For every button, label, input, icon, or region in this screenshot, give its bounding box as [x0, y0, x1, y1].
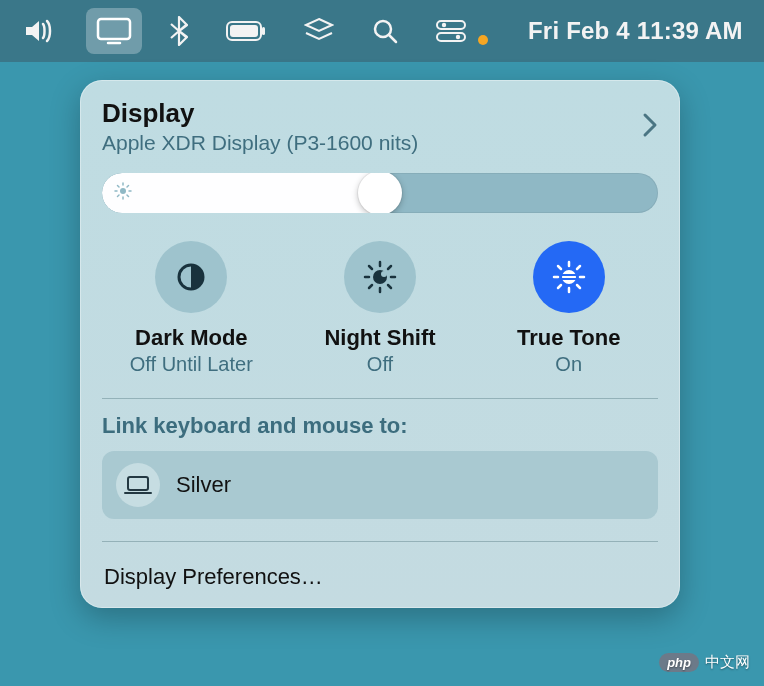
display-icon: [96, 17, 132, 45]
bluetooth-icon: [170, 16, 188, 46]
svg-rect-0: [98, 19, 130, 39]
spotlight-menu[interactable]: [362, 8, 408, 54]
night-shift-status: Off: [291, 353, 470, 376]
watermark-text: 中文网: [705, 653, 750, 672]
svg-line-15: [127, 195, 129, 197]
brightness-knob[interactable]: [358, 173, 402, 213]
link-keyboard-label: Link keyboard and mouse to:: [102, 413, 658, 439]
svg-rect-3: [262, 27, 265, 35]
watermark: php 中文网: [659, 653, 750, 672]
control-center-icon: [436, 20, 466, 42]
watermark-badge: php: [659, 653, 699, 672]
battery-menu[interactable]: [216, 8, 276, 54]
divider: [102, 541, 658, 542]
brightness-low-icon: [114, 182, 132, 204]
svg-rect-5: [437, 21, 465, 29]
volume-icon: [24, 18, 58, 44]
stacks-menu[interactable]: [294, 8, 344, 54]
svg-rect-7: [437, 33, 465, 41]
display-panel: Display Apple XDR Display (P3-1600 nits)…: [80, 80, 680, 608]
svg-line-28: [388, 266, 391, 269]
battery-icon: [226, 21, 266, 41]
menubar-datetime[interactable]: Fri Feb 4 11:39 AM: [528, 17, 743, 45]
linked-device-row[interactable]: Silver: [102, 451, 658, 519]
svg-rect-39: [562, 278, 576, 280]
display-header[interactable]: Display Apple XDR Display (P3-1600 nits): [102, 98, 658, 155]
brightness-fill: [102, 173, 380, 213]
svg-rect-38: [562, 274, 576, 276]
svg-line-27: [369, 285, 372, 288]
true-tone-title: True Tone: [479, 325, 658, 351]
svg-point-20: [381, 271, 387, 277]
search-icon: [372, 18, 398, 44]
menubar: Fri Feb 4 11:39 AM: [0, 0, 764, 62]
display-title: Display: [102, 98, 418, 129]
display-menu[interactable]: [86, 8, 142, 54]
true-tone-icon: [533, 241, 605, 313]
dark-mode-title: Dark Mode: [102, 325, 281, 351]
status-dot-icon: [478, 35, 488, 45]
svg-line-35: [558, 285, 561, 288]
svg-line-34: [577, 285, 580, 288]
display-preferences-link[interactable]: Display Preferences…: [102, 556, 658, 594]
bluetooth-menu[interactable]: [160, 8, 198, 54]
divider: [102, 398, 658, 399]
volume-menu[interactable]: [14, 8, 68, 54]
svg-rect-40: [128, 477, 148, 490]
svg-line-25: [369, 266, 372, 269]
true-tone-toggle[interactable]: True Tone On: [479, 241, 658, 376]
chevron-right-icon: [642, 112, 658, 142]
control-center-menu[interactable]: [426, 8, 470, 54]
dark-mode-icon: [155, 241, 227, 313]
true-tone-status: On: [479, 353, 658, 376]
night-shift-toggle[interactable]: Night Shift Off: [291, 241, 470, 376]
svg-point-9: [120, 188, 126, 194]
svg-line-36: [577, 266, 580, 269]
dark-mode-status: Off Until Later: [102, 353, 281, 376]
layers-icon: [304, 17, 334, 45]
laptop-icon: [116, 463, 160, 507]
svg-point-37: [562, 270, 576, 284]
night-shift-title: Night Shift: [291, 325, 470, 351]
svg-line-26: [388, 285, 391, 288]
display-subtitle: Apple XDR Display (P3-1600 nits): [102, 131, 418, 155]
svg-line-33: [558, 266, 561, 269]
svg-line-14: [118, 186, 120, 188]
svg-line-17: [127, 186, 129, 188]
svg-point-8: [456, 35, 460, 39]
svg-point-6: [442, 23, 446, 27]
night-shift-icon: [344, 241, 416, 313]
brightness-slider[interactable]: [102, 173, 658, 213]
display-modes: Dark Mode Off Until Later Night Shift Of…: [102, 241, 658, 376]
linked-device-name: Silver: [176, 472, 231, 498]
svg-rect-2: [230, 25, 258, 37]
dark-mode-toggle[interactable]: Dark Mode Off Until Later: [102, 241, 281, 376]
svg-line-16: [118, 195, 120, 197]
